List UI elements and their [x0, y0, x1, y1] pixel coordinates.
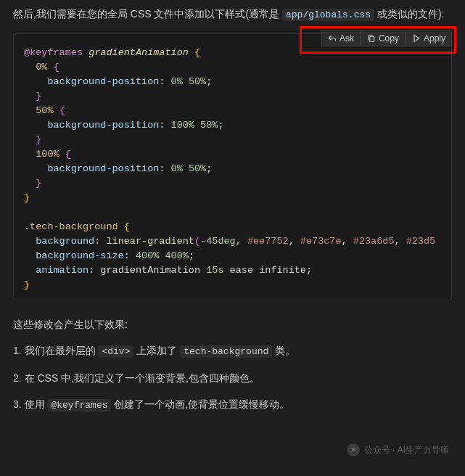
intro-text-1: 然后,我们需要在您的全局 CSS 文件中添加以下样式(通常是 — [13, 8, 282, 20]
outro-heading: 这些修改会产生以下效果: — [13, 316, 452, 332]
inline-code-keyframes: @keyframes — [47, 399, 111, 411]
outro-section: 这些修改会产生以下效果: 1. 我们在最外层的 <div> 上添加了 tech-… — [13, 316, 452, 414]
copy-label: Copy — [379, 33, 399, 44]
code-block[interactable]: @keyframes gradientAnimation { 0% { back… — [13, 33, 452, 300]
code-block-wrapper: Ask Copy Apply @keyframes gradientAnimat… — [13, 33, 452, 300]
watermark-label: 公众号 · AI生产力导师 — [364, 443, 449, 457]
apply-label: Apply — [424, 33, 445, 44]
copy-button[interactable]: Copy — [361, 30, 406, 46]
svg-rect-0 — [370, 37, 374, 42]
ask-label: Ask — [340, 33, 354, 44]
inline-code-div: <div> — [98, 345, 133, 358]
intro-paragraph: 然后,我们需要在您的全局 CSS 文件中添加以下样式(通常是 app/globa… — [13, 6, 452, 23]
code-toolbar: Ask Copy Apply — [321, 30, 452, 46]
wechat-icon: ✕ — [347, 443, 360, 456]
play-icon — [412, 34, 421, 43]
copy-icon — [367, 34, 376, 43]
list-item: 3. 使用 @keyframes 创建了一个动画,使背景位置缓慢移动。 — [13, 396, 452, 414]
apply-button[interactable]: Apply — [406, 30, 452, 46]
list-item: 2. 在 CSS 中,我们定义了一个渐变背景,包含四种颜色。 — [13, 370, 452, 386]
reply-icon — [328, 34, 337, 43]
intro-text-2: 或类似的文件): — [377, 8, 445, 20]
list-item: 1. 我们在最外层的 <div> 上添加了 tech-background 类。 — [13, 342, 452, 360]
ask-button[interactable]: Ask — [321, 30, 361, 46]
inline-code-techbg: tech-background — [180, 345, 272, 358]
watermark: ✕ 公众号 · AI生产力导师 — [347, 443, 449, 457]
effects-list: 1. 我们在最外层的 <div> 上添加了 tech-background 类。… — [13, 342, 452, 414]
inline-code-globals: app/globals.css — [282, 9, 374, 21]
